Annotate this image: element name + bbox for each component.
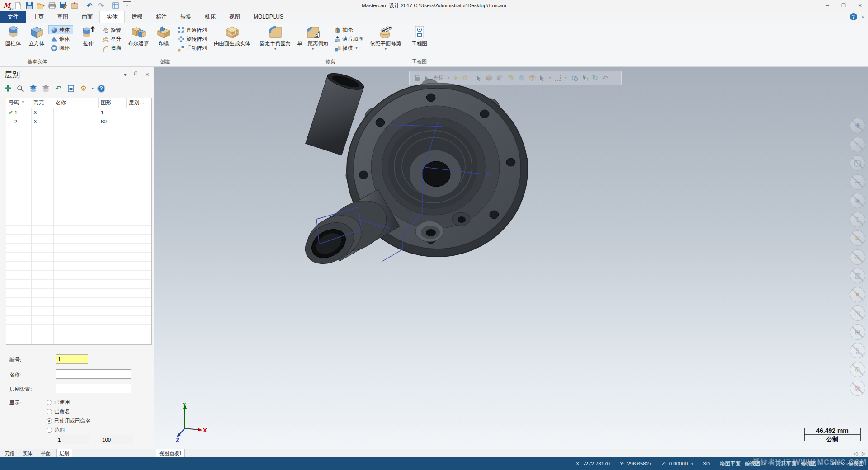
- minimize-button[interactable]: ─: [819, 0, 835, 11]
- qm-arcs-icon[interactable]: ◯: [850, 155, 865, 171]
- dropdown-caret-icon[interactable]: ▾: [385, 47, 387, 51]
- qm-levels-icon[interactable]: ⊞: [850, 324, 865, 340]
- ribbon-help-icon[interactable]: ?: [850, 13, 857, 20]
- qm-open-solids-icon[interactable]: ▧: [850, 268, 865, 283]
- tab-wireframe[interactable]: 草图: [51, 11, 75, 23]
- undo-icon[interactable]: ↶: [85, 1, 94, 9]
- status-mode-3d[interactable]: 3D: [703, 461, 710, 466]
- select-solid-edge-icon[interactable]: [518, 75, 525, 81]
- dropdown-caret-icon[interactable]: ▾: [312, 47, 314, 51]
- tab-home[interactable]: 主页: [26, 11, 51, 23]
- cursor-mode-label[interactable]: 光标: [433, 75, 443, 81]
- column-graphics[interactable]: 图形: [99, 98, 127, 108]
- undo-layers-icon[interactable]: ↶: [54, 84, 63, 93]
- tab-moldplus[interactable]: MOLDPLUS: [247, 11, 290, 23]
- shell-button[interactable]: 抽壳: [332, 25, 367, 34]
- table-row[interactable]: ✔2 X 60: [6, 117, 151, 126]
- layers-hidden-icon[interactable]: [41, 84, 50, 93]
- tab-file[interactable]: 文件: [0, 11, 26, 23]
- solid-from-surfaces-button[interactable]: 由曲面生成实体: [211, 24, 254, 48]
- thicken-button[interactable]: 薄片加厚: [332, 34, 367, 43]
- qm-settings-gear-icon[interactable]: ⚙: [850, 362, 865, 377]
- undo-select-icon[interactable]: ↶: [602, 74, 608, 82]
- lock-icon[interactable]: [414, 75, 420, 81]
- view-sheets-icon[interactable]: [112, 1, 120, 9]
- settings-gear-icon[interactable]: ⚙: [79, 84, 88, 93]
- mastercam-logo-icon[interactable]: M17: [3, 1, 11, 9]
- select-wireframe-icon[interactable]: [529, 75, 536, 81]
- sweep-button[interactable]: 扫描: [100, 43, 125, 52]
- restore-button[interactable]: ❐: [835, 0, 852, 11]
- redo-icon[interactable]: ↷: [97, 1, 105, 9]
- table-row[interactable]: ✔1 X 1: [6, 108, 151, 117]
- qat-customize-caret[interactable]: ▾: [123, 1, 131, 9]
- range-to-input[interactable]: [100, 435, 133, 444]
- qm-wireframe-icon[interactable]: ◈: [850, 193, 865, 208]
- engineering-drawing-button[interactable]: 工程图: [408, 24, 431, 48]
- cursor-caret-icon[interactable]: ▾: [448, 76, 449, 80]
- manual-array-button[interactable]: 手动阵列: [175, 43, 211, 52]
- name-input[interactable]: [56, 369, 131, 379]
- save-icon[interactable]: [25, 1, 33, 9]
- extrude-button[interactable]: 拉伸: [76, 24, 100, 48]
- block-button[interactable]: 立方体: [25, 24, 48, 48]
- bottom-tab-solids[interactable]: 实体: [20, 449, 35, 458]
- qm-surface-b-icon[interactable]: ≋: [850, 249, 865, 265]
- window-select-icon[interactable]: [555, 75, 561, 81]
- select-arrow-icon[interactable]: [540, 75, 545, 81]
- imprint-button[interactable]: 印模: [152, 24, 175, 48]
- tab-view[interactable]: 视图: [222, 11, 247, 23]
- search-icon[interactable]: [16, 84, 25, 93]
- window-select-caret-icon[interactable]: ▾: [565, 76, 566, 80]
- view-sheet-tab[interactable]: 视图面板1: [156, 449, 185, 458]
- panel-pin-icon[interactable]: [133, 71, 138, 78]
- column-highlight[interactable]: 高亮: [31, 98, 53, 108]
- select-caret-icon[interactable]: ▾: [549, 76, 551, 80]
- add-layer-icon[interactable]: [3, 84, 12, 93]
- tplane-caret-icon[interactable]: ▾: [820, 462, 821, 466]
- rotary-array-button[interactable]: 旋转阵列: [175, 34, 211, 43]
- cursor-mode-icon[interactable]: [424, 75, 429, 81]
- rectangular-array-button[interactable]: 直角阵列: [175, 25, 211, 34]
- rotate-select-icon[interactable]: ↻: [592, 74, 598, 82]
- panel-close-icon[interactable]: ✕: [145, 72, 149, 78]
- level-set-input[interactable]: [56, 384, 131, 393]
- bottom-tab-levels[interactable]: 层别: [56, 449, 72, 458]
- new-file-icon[interactable]: [14, 1, 22, 9]
- settings-caret-icon[interactable]: ▾: [92, 86, 94, 90]
- status-z[interactable]: Z:0.00000▾: [662, 461, 693, 466]
- qm-dimensions-icon[interactable]: ⌶: [850, 212, 865, 227]
- torus-button[interactable]: 圆环: [48, 43, 73, 52]
- screen-capture-icon[interactable]: [71, 1, 79, 9]
- panel-menu-caret-icon[interactable]: ▾: [124, 72, 127, 78]
- z-caret-icon[interactable]: ▾: [691, 462, 693, 466]
- revolve-button[interactable]: 旋转: [100, 25, 125, 34]
- report-icon[interactable]: [66, 84, 75, 93]
- cylinder-button[interactable]: 圆柱体: [1, 24, 25, 48]
- status-tplane[interactable]: 刀具平面:俯视图▾: [776, 461, 822, 467]
- qm-solids-icon[interactable]: ■: [850, 287, 865, 302]
- close-button[interactable]: ✕: [852, 0, 868, 11]
- radio-named[interactable]: 已命名: [47, 408, 70, 415]
- constant-fillet-button[interactable]: 固定半倒圆角 ▾: [257, 24, 294, 52]
- tab-machine[interactable]: 机床: [198, 11, 222, 23]
- help-icon[interactable]: ?: [97, 85, 105, 93]
- column-name[interactable]: 名称: [53, 98, 99, 108]
- history-icon[interactable]: [571, 75, 578, 82]
- column-level-set[interactable]: 层别…: [127, 98, 151, 108]
- power-select-icon[interactable]: [453, 75, 458, 81]
- trim-to-plane-button[interactable]: 依照平面修剪 ▾: [367, 24, 405, 52]
- qm-planes-icon[interactable]: ◰: [850, 306, 865, 321]
- single-distance-chamfer-button[interactable]: 1 单一距离倒角 ▾: [294, 24, 332, 52]
- radio-used[interactable]: 已使用: [47, 399, 70, 406]
- column-number[interactable]: 号码^: [6, 98, 31, 108]
- radio-range[interactable]: 范围: [47, 427, 65, 433]
- boolean-button[interactable]: 布尔运算: [125, 24, 152, 48]
- tab-transform[interactable]: 转换: [174, 11, 198, 23]
- number-input[interactable]: [56, 354, 88, 364]
- select-solid-face-icon[interactable]: [496, 75, 503, 81]
- qm-colors-icon[interactable]: ⣿: [850, 343, 865, 358]
- bottom-tab-planes[interactable]: 平面: [38, 449, 53, 458]
- validate-select-icon[interactable]: [582, 75, 588, 81]
- select-solid-back-icon[interactable]: [507, 75, 514, 81]
